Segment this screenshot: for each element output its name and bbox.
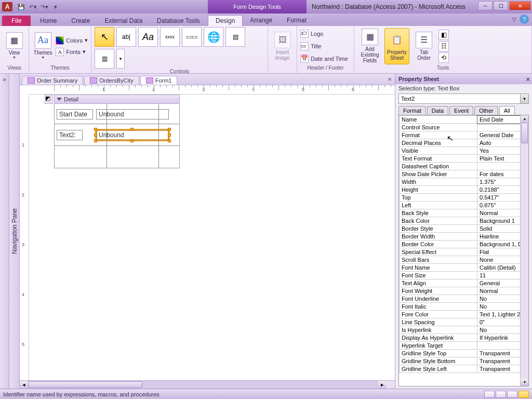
- prop-name[interactable]: Text Align: [400, 280, 477, 287]
- textbox-text2[interactable]: Unbound: [96, 130, 169, 140]
- form-design-canvas[interactable]: ◩ Detail Start Date Unbound Text2: Unbou…: [29, 95, 395, 380]
- scroll-left-icon[interactable]: ◂: [20, 381, 28, 389]
- view-button[interactable]: ▦View▼: [3, 28, 25, 64]
- tab-arrange[interactable]: Arrange: [243, 15, 280, 26]
- datetime-button[interactable]: 📅Date and Time: [300, 54, 348, 64]
- prop-name[interactable]: Height: [400, 186, 477, 194]
- tab-order-button[interactable]: ☰Tab Order: [411, 28, 436, 64]
- prop-name[interactable]: Hyperlink Target: [400, 342, 477, 350]
- label-text2[interactable]: Text2:: [57, 130, 83, 140]
- proptab-format[interactable]: Format: [398, 106, 426, 115]
- resize-handle[interactable]: [168, 139, 171, 142]
- file-tab[interactable]: File: [2, 16, 31, 26]
- proptab-data[interactable]: Data: [427, 106, 448, 115]
- prop-name[interactable]: Text Format: [400, 155, 477, 163]
- proptab-other[interactable]: Other: [474, 106, 498, 115]
- convert-tool[interactable]: ⟲: [438, 52, 449, 63]
- combo-tool[interactable]: ▥: [95, 49, 114, 69]
- select-tool[interactable]: ↖: [95, 27, 114, 47]
- resize-handle[interactable]: [94, 139, 97, 142]
- prop-name[interactable]: Border Color: [400, 241, 477, 248]
- close-document-icon[interactable]: ×: [388, 75, 392, 83]
- prop-name[interactable]: Scroll Bars: [400, 256, 477, 264]
- insert-image-button[interactable]: 🖼Insert Image: [271, 28, 294, 64]
- subform-tool[interactable]: ◧: [438, 30, 449, 40]
- vertical-ruler[interactable]: 12345: [20, 95, 29, 380]
- detail-section[interactable]: Start Date Unbound Text2: Unbound: [54, 104, 180, 168]
- code-tool[interactable]: ☷: [438, 41, 449, 51]
- add-existing-fields-button[interactable]: ▦Add Existing Fields: [357, 28, 382, 64]
- prop-name[interactable]: Top: [400, 194, 477, 202]
- proptab-all[interactable]: All: [499, 106, 515, 115]
- close-icon[interactable]: ×: [526, 75, 530, 83]
- prop-name[interactable]: Font Weight: [400, 287, 477, 295]
- prop-name[interactable]: Is Hyperlink: [400, 326, 477, 334]
- logo-button[interactable]: 🏷Logo: [300, 29, 348, 39]
- prop-name[interactable]: Border Style: [400, 225, 477, 233]
- prop-name[interactable]: Show Date Picker: [400, 170, 477, 178]
- colors-button[interactable]: Colors▾: [56, 35, 88, 46]
- prop-name[interactable]: Gridline Style Left: [400, 365, 477, 373]
- resize-handle[interactable]: [168, 134, 171, 137]
- prop-name[interactable]: Font Name: [400, 264, 477, 272]
- shutter-bar-toggle[interactable]: »: [0, 74, 9, 389]
- fonts-button[interactable]: AFonts▾: [56, 47, 88, 57]
- prop-name[interactable]: Visible: [400, 147, 477, 155]
- resize-handle[interactable]: [130, 128, 134, 131]
- minimize-ribbon-icon[interactable]: ▽: [512, 17, 516, 22]
- label-tool[interactable]: Aa: [138, 27, 158, 47]
- textbox-start-date[interactable]: Unbound: [96, 109, 169, 119]
- proptab-event[interactable]: Event: [449, 106, 473, 115]
- resize-handle[interactable]: [168, 128, 171, 131]
- prop-name[interactable]: Left: [400, 202, 477, 209]
- scroll-down-icon[interactable]: ▾: [521, 379, 528, 386]
- tab-control-tool[interactable]: ▭▭: [182, 27, 202, 47]
- section-selector[interactable]: ◩: [45, 95, 53, 104]
- property-sheet-button[interactable]: 📋Property Sheet: [384, 28, 409, 64]
- horizontal-scrollbar[interactable]: ◂ ▸: [20, 380, 395, 389]
- view-design-button[interactable]: [518, 391, 529, 398]
- resize-handle[interactable]: [130, 139, 134, 142]
- property-sheet-header[interactable]: Property Sheet×: [395, 74, 532, 84]
- navigation-pane-collapsed[interactable]: Navigation Pane: [9, 74, 20, 389]
- tab-home[interactable]: Home: [33, 16, 64, 26]
- navigation-tool[interactable]: ▤: [225, 27, 245, 47]
- view-layout-button[interactable]: [507, 391, 517, 398]
- prop-name[interactable]: Decimal Places: [400, 139, 477, 147]
- textbox-tool[interactable]: ab|: [116, 27, 136, 47]
- tab-design[interactable]: Design: [208, 15, 243, 26]
- resize-handle[interactable]: [94, 128, 97, 131]
- tab-format[interactable]: Format: [280, 15, 314, 26]
- scroll-thumb[interactable]: [521, 123, 528, 143]
- prop-name[interactable]: Special Effect: [400, 248, 477, 256]
- chevron-down-icon[interactable]: ▼: [520, 94, 528, 103]
- view-datasheet-button[interactable]: [496, 391, 506, 398]
- property-grid[interactable]: NameEnd DateControl SourceFormatGeneral …: [398, 115, 529, 387]
- prop-name[interactable]: Back Style: [400, 209, 477, 217]
- label-start-date[interactable]: Start Date: [57, 109, 93, 119]
- scroll-right-icon[interactable]: ▸: [378, 381, 387, 389]
- prop-name[interactable]: Display As Hyperlink: [400, 334, 477, 342]
- button-tool[interactable]: xxxx: [160, 27, 180, 47]
- prop-name[interactable]: Fore Color: [400, 311, 477, 318]
- doctab-ordersbycity[interactable]: OrdersByCity: [84, 76, 139, 85]
- save-icon[interactable]: 💾: [17, 2, 26, 11]
- undo-icon[interactable]: ↶▾: [28, 2, 37, 11]
- prop-name[interactable]: Gridline Style Bottom: [400, 357, 477, 365]
- object-selector-combo[interactable]: Text2▼: [398, 94, 529, 104]
- prop-name[interactable]: Format: [400, 131, 477, 139]
- prop-name[interactable]: Datasheet Caption: [400, 163, 477, 170]
- themes-button[interactable]: AaThemes▼: [32, 28, 54, 64]
- prop-name[interactable]: Font Italic: [400, 303, 477, 311]
- hyperlink-tool[interactable]: 🌐: [204, 27, 223, 47]
- scroll-thumb[interactable]: [28, 381, 142, 388]
- resize-handle[interactable]: [94, 134, 97, 137]
- prop-name[interactable]: Border Width: [400, 233, 477, 241]
- horizontal-ruler[interactable]: 1234567: [29, 85, 395, 95]
- prop-name[interactable]: Back Color: [400, 217, 477, 225]
- prop-name[interactable]: Name: [400, 116, 477, 124]
- title-button[interactable]: ▭Title: [300, 41, 348, 51]
- maximize-button[interactable]: ☐: [494, 1, 508, 10]
- tab-external-data[interactable]: External Data: [97, 16, 150, 26]
- prop-name[interactable]: Font Underline: [400, 295, 477, 303]
